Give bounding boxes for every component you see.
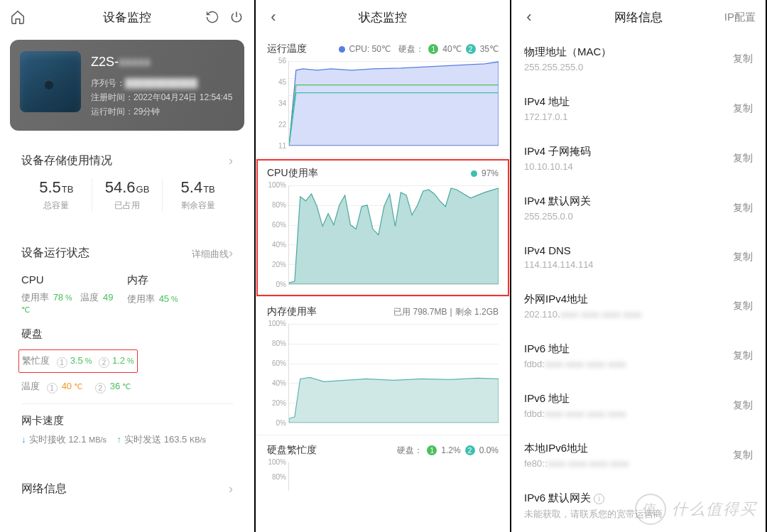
chevron-right-icon: › [229,153,233,168]
power-icon[interactable] [229,9,244,25]
net-row: IPv4 默认网关255.255.0.0复制 [524,183,753,233]
copy-button[interactable]: 复制 [733,349,753,362]
title: 设备监控 [103,9,151,26]
copy-button[interactable]: 复制 [733,102,753,115]
copy-button[interactable]: 复制 [733,449,753,462]
hdd-busy-highlight: 繁忙度 13.5 % 21.2 % [18,349,138,373]
chart-busy: 100%80% [288,462,499,491]
net-row: IPv4 子网掩码10.10.10.14复制 [524,134,753,183]
net-row: IPv6 默认网关i未能获取，请联系您的宽带运营商 [524,480,753,532]
info-icon[interactable]: i [594,494,604,504]
device-card: Z2S-xxxxx 序列号：████████████ 注册时间：2022年04月… [10,40,244,131]
net-row: IPv6 地址fdbd:xxxx xxxx xxxx xxxx复制 [524,381,753,430]
run-card: 设备运行状态 详细曲线› CPU 使用率 78 % 温度 49 ℃ 内存 使用率… [10,234,244,457]
home-icon[interactable] [10,9,26,25]
section-cpu: CPU使用率 97% 100%80%60%40%20%0% [256,158,510,297]
copy-button[interactable]: 复制 [733,251,753,264]
section-busy: 硬盘繁忙度 硬盘： 11.2% 20.0% 100%80% [256,435,510,502]
network-list: 物理地址（MAC）255.255.255.0复制IPv4 地址172.17.0.… [511,34,766,532]
chevron-right-icon: › [229,482,233,496]
device-image [20,51,81,112]
netinfo-card[interactable]: 网络信息 › [10,469,244,509]
header-device: 设备监控 [0,0,254,34]
net-row: 本地IPv6地址fe80::xxxx xxxx xxxx xxxx复制 [524,430,753,480]
chart-mem: 100%80%60%40%20%0% [288,324,499,423]
nic-title: 网卡速度 [21,414,233,428]
chart-cpu: 100%80%60%40%20%0% [288,185,499,285]
net-row: IPv4 DNS114.114.114.114复制 [524,233,753,281]
copy-button[interactable]: 复制 [733,202,753,215]
chart-temp: 5645342211 [288,61,499,146]
copy-button[interactable]: 复制 [733,300,753,313]
net-row: IPv6 地址fdbd:xxxx xxxx xxxx xxxx复制 [524,331,753,381]
storage-card[interactable]: 设备存储使用情况 › 5.5TB总容量 54.6GB已占用 5.4TB剩余容量 [10,142,244,223]
header-net: ‹ 网络信息 IP配置 [511,0,766,34]
chevron-right-icon: › [229,246,233,260]
back-icon[interactable]: ‹ [521,9,537,25]
section-temp: 运行温度 CPU: 50℃ 硬盘： 140℃ 235℃ 5645342211 [256,34,510,158]
net-row: IPv4 地址172.17.0.1复制 [524,84,753,134]
header-status: ‹ 状态监控 [256,0,510,34]
back-icon[interactable]: ‹ [266,9,281,25]
refresh-icon[interactable] [205,9,220,25]
copy-button[interactable]: 复制 [733,53,753,65]
ip-config-link[interactable]: IP配置 [724,11,756,24]
copy-button[interactable]: 复制 [733,399,753,412]
detail-link[interactable]: 详细曲线› [192,246,233,261]
net-row: 物理地址（MAC）255.255.255.0复制 [524,34,753,84]
net-row: 外网IPv4地址202.110.xxxx xxxx xxxx xxxx复制 [524,281,753,331]
section-mem: 内存使用率 已用 798.7MB | 剩余 1.2GB 100%80%60%40… [256,297,510,435]
copy-button[interactable]: 复制 [733,152,753,165]
